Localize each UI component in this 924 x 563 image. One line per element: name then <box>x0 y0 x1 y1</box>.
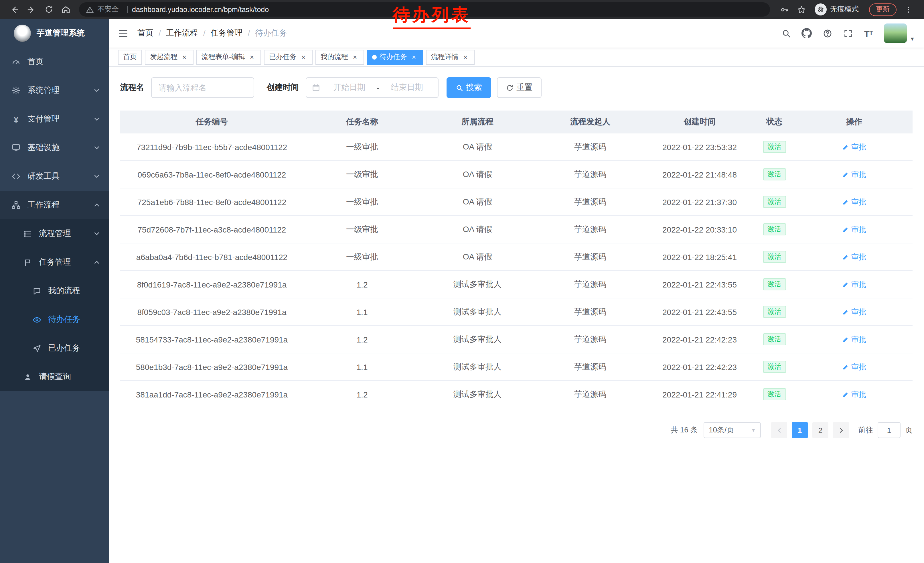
forward-icon[interactable] <box>24 2 39 17</box>
sidebar-item-todo-tasks[interactable]: 待办任务 <box>0 305 109 334</box>
cell-create-time: 2022-01-22 20:33:10 <box>646 216 753 243</box>
workflow-icon <box>12 200 21 210</box>
sidebar-item-home[interactable]: 首页 <box>0 48 109 76</box>
breadcrumb-current: 待办任务 <box>255 28 287 38</box>
user-menu[interactable] <box>884 24 915 43</box>
sidebar-item-workflow[interactable]: 工作流程 <box>0 191 109 219</box>
github-icon[interactable] <box>798 25 815 42</box>
bookmark-star-icon[interactable] <box>795 3 808 17</box>
close-icon[interactable] <box>299 53 308 61</box>
cell-action: 审批 <box>796 216 912 243</box>
filter-bar: 流程名 创建时间 开始日期 - 结束日期 <box>120 77 912 98</box>
reload-icon[interactable] <box>41 2 56 17</box>
avatar[interactable] <box>884 24 907 43</box>
start-date-placeholder: 开始日期 <box>324 83 374 93</box>
sidebar-item-process-management[interactable]: 流程管理 <box>0 219 109 248</box>
breadcrumb-separator: / <box>248 29 250 38</box>
table-row: 725a1eb6-7b88-11ec-8ef0-acde48001122一级审批… <box>120 188 912 216</box>
sidebar-item-devtools[interactable]: 研发工具 <box>0 162 109 191</box>
approve-link[interactable]: 审批 <box>842 362 866 372</box>
sidebar-item-done-tasks[interactable]: 已办任务 <box>0 334 109 363</box>
approve-link[interactable]: 审批 <box>842 224 866 234</box>
sidebar-item-label: 支付管理 <box>27 114 60 124</box>
tab-my-process[interactable]: 我的流程 <box>315 50 364 65</box>
cell-process: OA 请假 <box>421 216 534 243</box>
process-name-input[interactable] <box>151 77 254 98</box>
close-icon[interactable] <box>461 53 470 61</box>
update-button[interactable]: 更新 <box>869 3 897 16</box>
cell-task-id: 8f0d1619-7ac8-11ec-a9e2-a2380e71991a <box>120 271 303 298</box>
prev-page-button[interactable] <box>771 422 787 438</box>
table-row: 8f0d1619-7ac8-11ec-a9e2-a2380e71991a1.2测… <box>120 271 912 299</box>
approve-link[interactable]: 审批 <box>842 197 866 207</box>
chrome-menu-kebab-icon[interactable] <box>902 3 915 17</box>
chevron-up-icon <box>94 202 100 208</box>
chat-bubble-icon <box>32 286 41 296</box>
home-icon[interactable] <box>58 2 73 17</box>
next-page-button[interactable] <box>833 422 849 438</box>
approve-link[interactable]: 审批 <box>842 334 866 344</box>
cell-starter: 芋道源码 <box>534 216 646 243</box>
breadcrumb-workflow[interactable]: 工作流程 <box>166 28 198 38</box>
sidebar-item-label: 系统管理 <box>27 86 60 96</box>
approve-link[interactable]: 审批 <box>842 169 866 180</box>
sidebar-item-task-management[interactable]: 任务管理 <box>0 248 109 277</box>
approve-link[interactable]: 审批 <box>842 307 866 317</box>
sidebar-item-payment[interactable]: 支付管理 <box>0 105 109 134</box>
yen-icon <box>12 114 21 124</box>
sidebar-item-my-process[interactable]: 我的流程 <box>0 277 109 305</box>
tab-form-editor[interactable]: 流程表单-编辑 <box>196 50 261 65</box>
table-row: 73211d9d-7b9b-11ec-b5b7-acde48001122一级审批… <box>120 134 912 161</box>
tab-process-detail[interactable]: 流程详情 <box>426 50 475 65</box>
cell-task-id: 580e1b3d-7ac8-11ec-a9e2-a2380e71991a <box>120 353 303 380</box>
tab-start-process[interactable]: 发起流程 <box>145 50 194 65</box>
sidebar-item-system[interactable]: 系统管理 <box>0 76 109 105</box>
monitor-icon <box>12 143 21 152</box>
close-icon[interactable] <box>410 53 418 61</box>
eye-icon <box>32 315 41 324</box>
header-search-icon[interactable] <box>777 25 795 42</box>
goto-page-input[interactable] <box>878 422 900 438</box>
approve-link[interactable]: 审批 <box>842 142 866 152</box>
goto-unit-label: 页 <box>905 425 912 435</box>
sidebar-item-leave-query[interactable]: 请假查询 <box>0 363 109 391</box>
cell-starter: 芋道源码 <box>534 381 646 408</box>
chevron-up-icon <box>94 260 100 265</box>
close-icon[interactable] <box>180 53 188 61</box>
dashboard-icon <box>12 57 21 66</box>
sidebar: 芋道管理系统 首页 系统管理 支付管理 <box>0 19 109 563</box>
approve-link[interactable]: 审批 <box>842 389 866 399</box>
page-size-select[interactable]: 10条/页 <box>704 422 761 438</box>
fullscreen-icon[interactable] <box>839 25 856 42</box>
table-row: 381aa1dd-7ac8-11ec-a9e2-a2380e71991a1.2测… <box>120 381 912 408</box>
sidebar-item-infrastructure[interactable]: 基础设施 <box>0 134 109 162</box>
font-size-icon[interactable] <box>860 25 877 42</box>
breadcrumb: 首页 / 工作流程 / 任务管理 / 待办任务 <box>137 28 287 38</box>
page-button-2[interactable]: 2 <box>812 422 828 438</box>
process-name-label: 流程名 <box>120 83 144 93</box>
tab-todo-tasks[interactable]: 待办任务 <box>367 50 423 65</box>
close-icon[interactable] <box>351 53 359 61</box>
tab-done-tasks[interactable]: 已办任务 <box>264 50 313 65</box>
help-icon[interactable] <box>819 25 836 42</box>
cell-action: 审批 <box>796 326 912 353</box>
status-badge: 激活 <box>763 223 786 236</box>
reset-button[interactable]: 重置 <box>497 77 542 98</box>
cell-create-time: 2022-01-22 18:25:41 <box>646 243 753 270</box>
tab-home[interactable]: 首页 <box>118 50 142 65</box>
back-icon[interactable] <box>7 2 22 17</box>
close-icon[interactable] <box>248 53 256 61</box>
cell-status: 激活 <box>753 299 796 325</box>
breadcrumb-task-management[interactable]: 任务管理 <box>211 28 243 38</box>
sidebar-collapse-icon[interactable] <box>118 28 128 38</box>
approve-link[interactable]: 审批 <box>842 252 866 262</box>
search-button[interactable]: 搜索 <box>447 77 491 98</box>
sidebar-item-label: 流程管理 <box>39 228 71 239</box>
cell-task-name: 1.1 <box>303 299 421 325</box>
date-range-picker[interactable]: 开始日期 - 结束日期 <box>306 77 438 98</box>
breadcrumb-home[interactable]: 首页 <box>137 28 153 38</box>
sidebar-item-label: 基础设施 <box>27 143 60 153</box>
page-button-1[interactable]: 1 <box>792 422 808 438</box>
password-key-icon[interactable] <box>777 3 791 17</box>
approve-link[interactable]: 审批 <box>842 279 866 290</box>
